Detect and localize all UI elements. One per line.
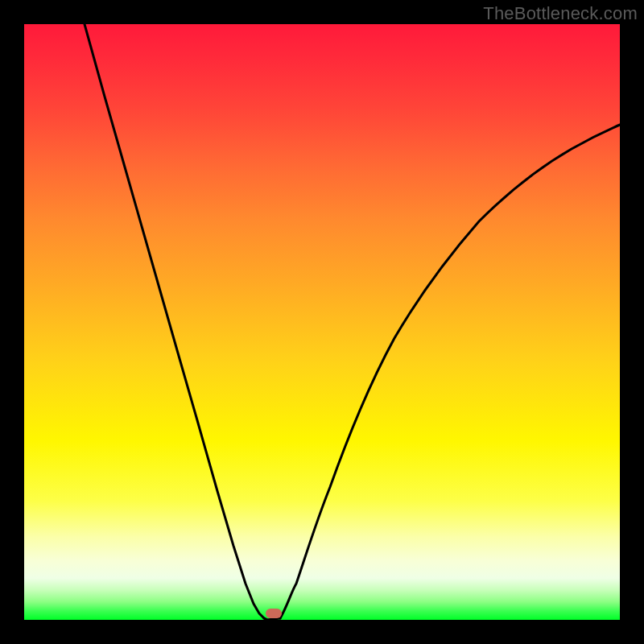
optimum-marker [266,609,282,618]
curve-left-branch [85,24,267,620]
plot-area [24,24,620,620]
curve-trough [264,618,280,620]
bottleneck-curve [24,24,620,620]
watermark-text: TheBottleneck.com [483,3,638,24]
curve-right-branch [280,125,620,618]
chart-frame: TheBottleneck.com [0,0,644,644]
